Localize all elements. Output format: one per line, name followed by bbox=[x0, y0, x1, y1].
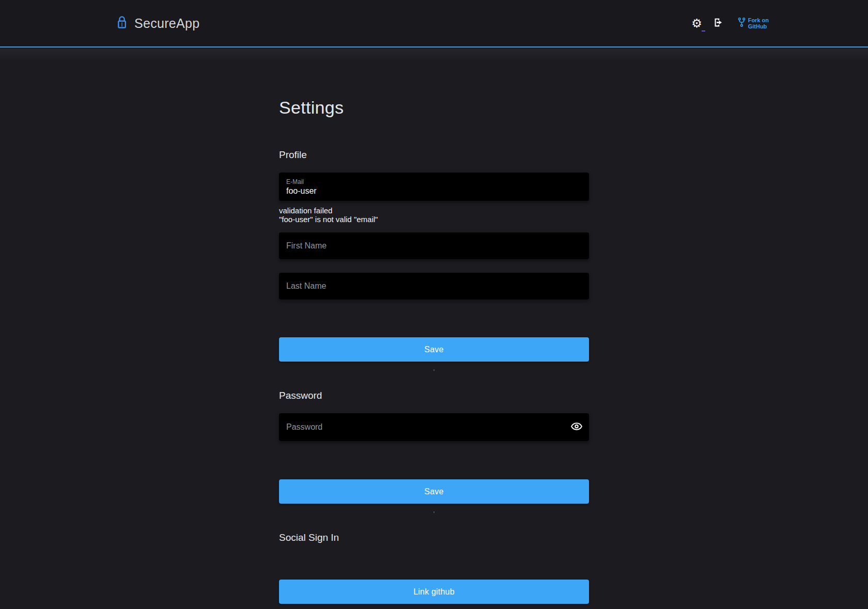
lock-icon bbox=[116, 15, 128, 32]
divider-dot bbox=[433, 369, 435, 371]
first-name-field bbox=[279, 232, 589, 259]
navbar-actions: ⚙ bbox=[690, 15, 769, 31]
settings-content: Settings Profile E-Mail validation faile… bbox=[279, 48, 589, 604]
fork-on-github-link[interactable]: Fork on GitHub bbox=[738, 17, 769, 29]
last-name-field bbox=[279, 273, 589, 300]
brand-name: SecureApp bbox=[134, 16, 199, 31]
settings-page: SecureApp ⚙ bbox=[0, 0, 868, 609]
password-section-heading: Password bbox=[279, 390, 589, 401]
validation-error-line1: validation failed bbox=[279, 206, 589, 215]
logout-icon bbox=[713, 17, 724, 29]
email-field: E-Mail bbox=[279, 173, 589, 201]
gear-icon: ⚙ bbox=[691, 18, 702, 29]
brand[interactable]: SecureApp bbox=[116, 15, 199, 32]
logout-button[interactable] bbox=[712, 15, 725, 31]
validation-error-line2: "foo-user" is not valid "email" bbox=[279, 215, 589, 224]
fork-link-line1: Fork on bbox=[748, 17, 769, 23]
fork-link-text: Fork on GitHub bbox=[748, 17, 769, 29]
password-field bbox=[279, 413, 589, 441]
email-input[interactable] bbox=[286, 186, 582, 196]
page-title: Settings bbox=[279, 97, 589, 118]
profile-save-button[interactable]: Save bbox=[279, 337, 589, 362]
last-name-input[interactable] bbox=[286, 282, 582, 291]
link-github-button[interactable]: Link github bbox=[279, 580, 589, 604]
first-name-input[interactable] bbox=[286, 241, 582, 251]
email-field-label: E-Mail bbox=[286, 178, 582, 185]
top-navbar: SecureApp ⚙ bbox=[0, 0, 868, 48]
fork-link-line2: GitHub bbox=[748, 23, 769, 29]
git-fork-icon bbox=[738, 17, 746, 29]
toggle-password-visibility-button[interactable] bbox=[570, 420, 583, 434]
password-input[interactable] bbox=[286, 423, 582, 432]
social-section-heading: Social Sign In bbox=[279, 532, 589, 543]
settings-gear-button[interactable]: ⚙ bbox=[690, 15, 704, 31]
gear-focus-underscore bbox=[702, 30, 705, 32]
divider-dot bbox=[433, 511, 435, 513]
password-save-button[interactable]: Save bbox=[279, 479, 589, 504]
eye-icon bbox=[571, 423, 582, 432]
validation-error: validation failed "foo-user" is not vali… bbox=[279, 206, 589, 224]
profile-section-heading: Profile bbox=[279, 149, 589, 161]
